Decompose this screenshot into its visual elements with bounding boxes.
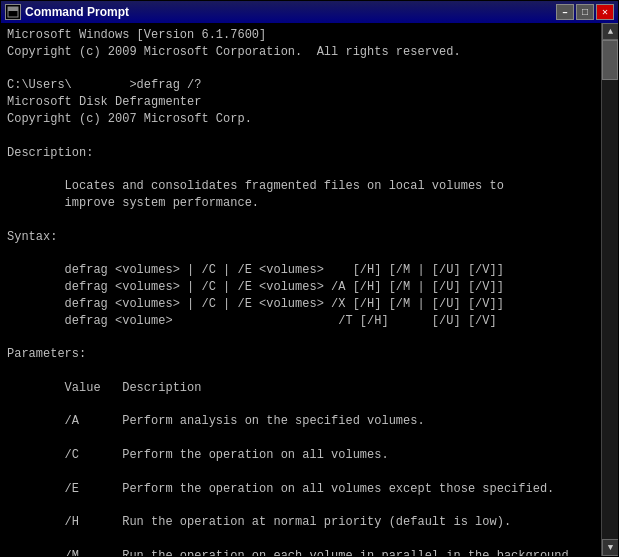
window-title: Command Prompt <box>25 5 556 19</box>
window: Command Prompt – □ ✕ Microsoft Windows [… <box>0 0 619 557</box>
svg-rect-1 <box>8 7 18 11</box>
title-bar: Command Prompt – □ ✕ <box>1 1 618 23</box>
window-icon <box>5 4 21 20</box>
scroll-thumb[interactable] <box>602 40 618 80</box>
scroll-up-button[interactable]: ▲ <box>602 23 618 40</box>
scroll-track[interactable] <box>602 40 618 539</box>
minimize-button[interactable]: – <box>556 4 574 20</box>
window-controls: – □ ✕ <box>556 4 614 20</box>
maximize-button[interactable]: □ <box>576 4 594 20</box>
console-area: Microsoft Windows [Version 6.1.7600] Cop… <box>1 23 618 556</box>
close-button[interactable]: ✕ <box>596 4 614 20</box>
console-output[interactable]: Microsoft Windows [Version 6.1.7600] Cop… <box>1 23 601 556</box>
scroll-down-button[interactable]: ▼ <box>602 539 618 556</box>
scrollbar[interactable]: ▲ ▼ <box>601 23 618 556</box>
